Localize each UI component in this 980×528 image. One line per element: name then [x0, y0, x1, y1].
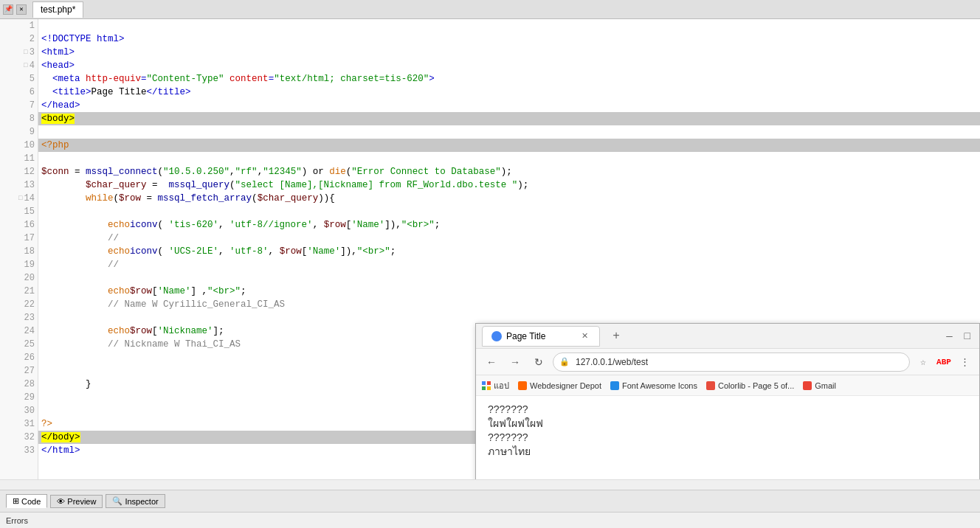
code-line-3: <html> — [38, 46, 980, 59]
tab-bar: 📌 ✕ test.php* — [0, 0, 980, 19]
content-line-1: ??????? — [488, 403, 967, 415]
apps-icon — [482, 381, 491, 390]
ln-14: □14 — [0, 192, 38, 205]
code-line-15 — [38, 205, 980, 218]
ln-3: □3 — [0, 46, 38, 59]
ln-29: 29 — [0, 391, 38, 404]
code-line-8: <body> — [38, 112, 980, 125]
code-line-12: $conn = mssql_connect("10.5.0.250","rf",… — [38, 165, 980, 178]
preview-tab-button[interactable]: 👁 Preview — [50, 495, 103, 508]
inspector-tab-button[interactable]: 🔍 Inspector — [106, 494, 165, 508]
ln-28: 28 — [0, 378, 38, 391]
ln-2: 2 — [0, 32, 38, 46]
code-tab-button[interactable]: ⊞ Code — [6, 494, 47, 508]
ln-1: 1 — [0, 19, 38, 32]
ln-24: 24 — [0, 324, 38, 338]
ln-10: 10 — [0, 139, 38, 152]
browser-navbar: ← → ↻ 🔒 127.0.0.1/web/test ☆ ABP ⋮ — [476, 349, 979, 375]
ln-22: 22 — [0, 298, 38, 311]
adblock-icon[interactable]: ABP — [935, 353, 953, 371]
ln-5: 5 — [0, 72, 38, 86]
bookmark-colorlib[interactable]: Colorlib - Page 5 of... — [706, 381, 794, 390]
ln-15: 15 — [0, 205, 38, 218]
preview-tab-icon: 👁 — [57, 497, 65, 506]
code-line-5: <meta http-equiv="Content-Type" content=… — [38, 72, 980, 86]
code-line-4: <head> — [38, 59, 980, 72]
bottom-toolbar: ⊞ Code 👁 Preview 🔍 Inspector — [0, 490, 980, 512]
ln-9: 9 — [0, 125, 38, 139]
svg-rect-2 — [487, 381, 491, 385]
code-line-2: <!DOCTYPE html> — [38, 32, 980, 46]
ln-32: 32 — [0, 431, 38, 444]
forward-button[interactable]: → — [505, 352, 525, 372]
code-line-10: <?php — [38, 139, 980, 152]
ln-21: 21 — [0, 285, 38, 298]
ln-12: 12 — [0, 165, 38, 178]
bookmark-gmail[interactable]: Gmail — [803, 381, 836, 390]
svg-rect-1 — [482, 381, 486, 385]
browser-tab[interactable]: Page Title ✕ — [482, 326, 600, 347]
bookmark-star-icon[interactable]: ☆ — [914, 353, 932, 371]
code-line-19: // — [38, 258, 980, 271]
bookmark-fontawesome[interactable]: Font Awesome Icons — [610, 381, 697, 390]
lock-icon: 🔒 — [559, 357, 570, 367]
bookmark-apps[interactable]: แอป — [482, 379, 509, 392]
bookmark-webdesigner[interactable]: Webdesigner Depot — [518, 381, 601, 390]
preview-tab-label: Preview — [67, 497, 96, 506]
ln-18: 18 — [0, 245, 38, 258]
minimize-button[interactable]: — — [943, 330, 955, 342]
ln-33: 33 — [0, 444, 38, 457]
file-tab[interactable]: test.php* — [32, 1, 83, 18]
svg-rect-3 — [482, 386, 486, 390]
colorlib-label: Colorlib - Page 5 of... — [718, 381, 794, 390]
ln-26: 26 — [0, 351, 38, 364]
svg-point-0 — [493, 333, 500, 340]
url-text: 127.0.0.1/web/test — [576, 357, 648, 367]
window-controls: — □ — [943, 330, 973, 342]
ln-13: 13 — [0, 178, 38, 192]
browser-titlebar: Page Title ✕ + — □ — [476, 324, 979, 349]
code-line-18: echo iconv( 'UCS-2LE', 'utf-8', $row['Na… — [38, 245, 980, 258]
ln-7: 7 — [0, 99, 38, 112]
code-line-1 — [38, 19, 980, 32]
errors-label: Errors — [6, 516, 28, 525]
editor-window: 📌 ✕ test.php* 1 2 □3 □4 5 6 7 8 9 10 11 … — [0, 0, 980, 528]
fontawesome-label: Font Awesome Icons — [622, 381, 697, 390]
ln-23: 23 — [0, 311, 38, 324]
browser-tab-close[interactable]: ✕ — [579, 330, 590, 342]
browser-content: ??????? ใผฟใผฟใผฟ ??????? ภาษาไทย — [476, 396, 979, 479]
close-icon[interactable]: ✕ — [16, 4, 27, 15]
content-line-4: ภาษาไทย — [488, 443, 967, 459]
ln-16: 16 — [0, 218, 38, 232]
new-tab-button[interactable]: + — [606, 326, 627, 347]
reload-button[interactable]: ↻ — [529, 352, 548, 372]
code-line-6: <title>Page Title</title> — [38, 86, 980, 99]
content-line-3: ??????? — [488, 431, 967, 443]
ln-30: 30 — [0, 404, 38, 417]
maximize-button[interactable]: □ — [962, 330, 973, 342]
svg-rect-4 — [487, 386, 491, 390]
pin-icon[interactable]: 📌 — [3, 4, 13, 15]
code-line-7: </head> — [38, 99, 980, 112]
ln-4: □4 — [0, 59, 38, 72]
inspector-tab-icon: 🔍 — [112, 496, 122, 506]
address-bar[interactable]: 🔒 127.0.0.1/web/test — [553, 352, 910, 372]
tab-label: test.php* — [41, 4, 75, 15]
ln-20: 20 — [0, 271, 38, 285]
apps-label: แอป — [494, 379, 509, 392]
code-line-11 — [38, 152, 980, 165]
status-bar: Errors — [0, 512, 980, 528]
menu-icon[interactable]: ⋮ — [956, 353, 973, 371]
bookmarks-bar: แอป Webdesigner Depot Font Awesome Icons… — [476, 375, 979, 396]
ln-25: 25 — [0, 338, 38, 351]
webdesigner-favicon — [518, 381, 527, 390]
code-tab-label: Code — [21, 497, 41, 506]
line-numbers: 1 2 □3 □4 5 6 7 8 9 10 11 12 13 □14 15 1… — [0, 19, 38, 479]
back-button[interactable]: ← — [482, 352, 501, 372]
window-controls: 📌 ✕ — [3, 4, 27, 15]
horizontal-scrollbar[interactable] — [0, 479, 980, 490]
code-line-20 — [38, 271, 980, 285]
gmail-favicon — [803, 381, 812, 390]
code-line-17: // — [38, 232, 980, 245]
code-line-13: $char_query = mssql_query("select [Name]… — [38, 178, 980, 192]
